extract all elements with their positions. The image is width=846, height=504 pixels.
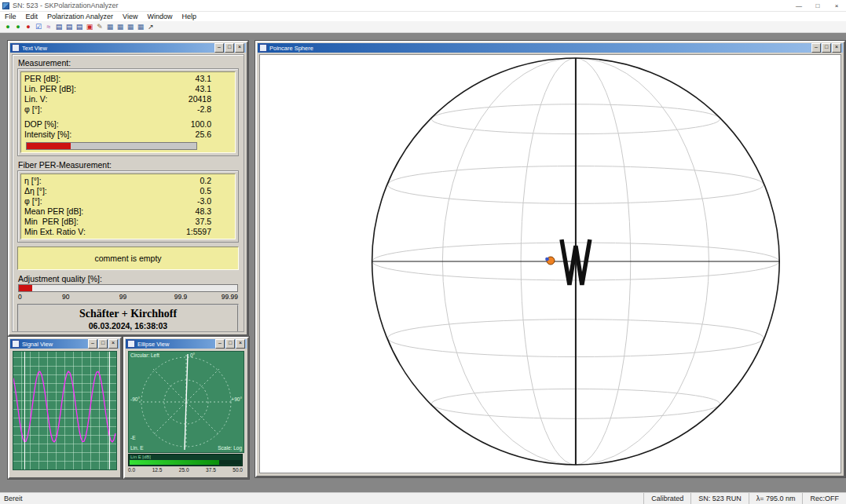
close-button[interactable]: × — [236, 339, 245, 349]
polar-grid-svg — [129, 352, 244, 452]
row-label: Lin. V: — [24, 94, 47, 104]
minimize-button[interactable]: — — [789, 0, 808, 11]
close-button[interactable]: × — [832, 43, 841, 53]
brand-datetime: 06.03.2024, 16:38:03 — [19, 321, 237, 331]
text-view-icon[interactable]: ▦ — [105, 22, 115, 31]
poincare-sphere-window: Poincare Sphere – □ × — [255, 41, 845, 477]
record-doc-icon[interactable]: ▣ — [85, 22, 94, 31]
fiber-row: η [°]: 0.2 — [24, 176, 232, 186]
signal-waveform — [13, 371, 115, 442]
ellipse-view-icon[interactable]: ▦ — [126, 22, 135, 31]
close-button[interactable]: × — [235, 43, 244, 53]
pause-icon[interactable]: ● — [13, 22, 23, 31]
window-icon — [12, 340, 20, 348]
menu-file[interactable]: File — [0, 13, 21, 20]
row-value: 43.1 — [76, 84, 232, 94]
menu-polarization-analyzer[interactable]: Polarization Analyzer — [42, 13, 118, 20]
brand-name: Schäfter + Kirchhoff — [19, 308, 237, 320]
minimize-button[interactable]: – — [214, 43, 224, 53]
text-view-titlebar[interactable]: Text View – □ × — [10, 43, 246, 53]
row-label: Intensity [%]: — [24, 130, 71, 140]
window-controls: — □ × — [789, 0, 846, 11]
menubar: File Edit Polarization Analyzer View Win… — [0, 12, 846, 21]
row-label: Mean PER [dB]: — [24, 206, 83, 217]
angle-right-label: +90° — [231, 396, 242, 402]
lin-e-meter-fill — [130, 460, 219, 465]
save-data-icon[interactable]: ▤ — [64, 22, 74, 31]
scale-label: 12.5 — [152, 467, 163, 473]
scale-label: 0.0 — [128, 467, 135, 473]
row-label: η [°]: — [24, 176, 42, 186]
main-titlebar[interactable]: SN: 523 - SKPolarizationAnalyzer — □ × — [0, 0, 846, 12]
row-value: 0.2 — [42, 176, 232, 186]
adjustment-scale: 0 90 99 99.9 99.99 — [18, 292, 238, 301]
maximize-button[interactable]: □ — [98, 339, 108, 349]
cursor-line[interactable] — [109, 352, 110, 469]
maximize-button[interactable]: □ — [225, 339, 235, 349]
minimize-button[interactable]: – — [811, 43, 821, 53]
row-label: PER [dB]: — [24, 74, 60, 84]
maximize-button[interactable]: □ — [225, 43, 234, 53]
scale-label: 99.99 — [222, 293, 238, 301]
maximize-button[interactable]: □ — [808, 0, 827, 11]
minimize-button[interactable]: – — [215, 339, 225, 349]
mode-label: Circular: Left — [130, 352, 159, 358]
sphere-view-icon[interactable]: ▦ — [136, 22, 145, 31]
angle-top-label: 0° — [190, 352, 195, 358]
measurement-row: Intensity [%]: 25.6 — [24, 130, 232, 140]
pointer-icon[interactable]: ↗ — [146, 22, 156, 31]
text-view-body: Measurement: PER [dB]: 43.1 Lin. PER [dB… — [12, 54, 244, 332]
close-button[interactable]: × — [827, 0, 846, 11]
cursor-line[interactable] — [24, 352, 25, 469]
window-icon — [259, 44, 267, 52]
status-ready: Bereit — [0, 495, 643, 502]
stop-icon[interactable]: ● — [24, 22, 33, 31]
close-button[interactable]: × — [108, 339, 118, 349]
brand-panel: Schäfter + Kirchhoff 06.03.2024, 16:38:0… — [17, 304, 239, 332]
window-icon — [127, 340, 135, 348]
ellipse-view-title: Ellipse View — [137, 341, 214, 348]
menu-view[interactable]: View — [118, 13, 142, 20]
fiber-heading: Fiber PER-Measurement: — [18, 160, 239, 170]
fiber-group: η [°]: 0.2 Δη [°]: 0.5 φ [°]: -3.0 Mean … — [17, 170, 239, 243]
row-label: Min PER [dB]: — [24, 217, 79, 227]
text-view-title: Text View — [22, 45, 214, 52]
lin-e-meter: Lin E [dB] — [128, 454, 243, 466]
poincare-canvas[interactable] — [259, 54, 841, 473]
menu-window[interactable]: Window — [142, 13, 177, 20]
scale-label: 0 — [18, 293, 22, 301]
row-value: 1:5597 — [86, 227, 232, 237]
row-label: DOP [%]: — [24, 119, 59, 130]
fiber-row: Mean PER [dB]: 48.3 — [24, 206, 232, 217]
signal-view-titlebar[interactable]: Signal View – □ × — [10, 339, 119, 349]
fiber-row: Min PER [dB]: 37.5 — [24, 217, 232, 227]
row-value: -3.0 — [42, 196, 232, 206]
lin-e-meter-label: Lin E [dB] — [129, 455, 242, 460]
status-serial-run: SN: 523 RUN — [690, 493, 749, 504]
fiber-panel: η [°]: 0.2 Δη [°]: 0.5 φ [°]: -3.0 Mean … — [20, 173, 236, 239]
row-value: 25.6 — [71, 130, 232, 140]
scale-label: 50.0 — [233, 467, 243, 473]
scale-label: 99 — [119, 293, 126, 301]
menu-edit[interactable]: Edit — [21, 13, 43, 20]
scale-label: 90 — [62, 293, 69, 301]
pen-icon[interactable]: ✎ — [95, 22, 104, 31]
menu-help[interactable]: Help — [177, 13, 201, 20]
minimize-button[interactable]: – — [88, 339, 97, 349]
measurement-row: Lin. PER [dB]: 43.1 — [24, 84, 232, 94]
chart-icon[interactable]: ≈ — [44, 22, 53, 31]
intensity-bar — [26, 142, 197, 150]
fiber-row: φ [°]: -3.0 — [24, 196, 232, 206]
run-icon[interactable]: ● — [3, 22, 13, 31]
signal-view-icon[interactable]: ▦ — [115, 22, 125, 31]
comment-box: comment is empty — [17, 247, 239, 270]
maximize-button[interactable]: □ — [822, 43, 831, 53]
ellipse-view-titlebar[interactable]: Ellipse View – □ × — [126, 339, 247, 349]
poincare-titlebar[interactable]: Poincare Sphere – □ × — [258, 43, 843, 53]
autoscale-checkbox-icon[interactable]: ☑ — [34, 22, 43, 31]
row-label: φ [°]: — [24, 104, 42, 115]
save-screen-icon[interactable]: ▤ — [75, 22, 84, 31]
save-report-icon[interactable]: ▤ — [54, 22, 64, 31]
angle-left-label: -90° — [130, 396, 140, 402]
lin-e-meter-track — [130, 460, 241, 465]
